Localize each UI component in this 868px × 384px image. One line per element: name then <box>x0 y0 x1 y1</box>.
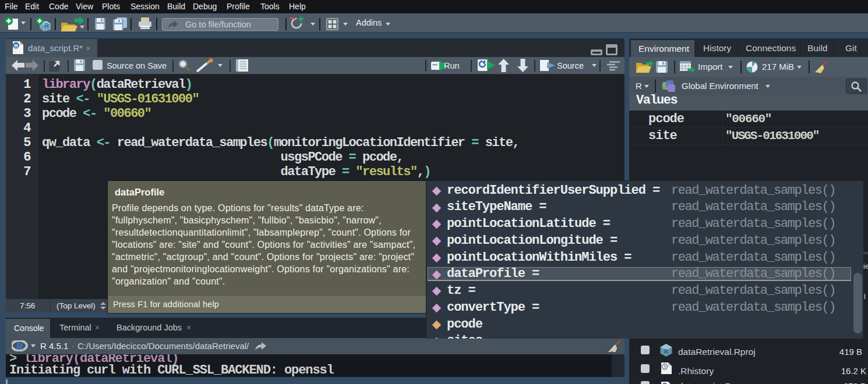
svg-text:R: R <box>44 22 49 29</box>
svg-text:R: R <box>14 42 18 49</box>
svg-text:R: R <box>664 347 669 354</box>
svg-text:R: R <box>16 341 24 351</box>
